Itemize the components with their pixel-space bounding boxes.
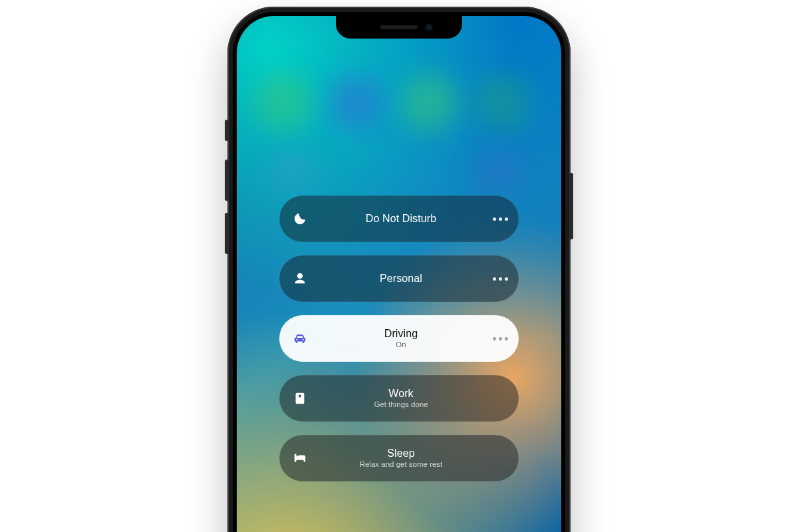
moon-icon xyxy=(279,211,321,226)
badge-icon xyxy=(279,391,321,406)
bg-blur-app xyxy=(330,76,383,129)
focus-pill-sleep[interactable]: Sleep Relax and get some rest xyxy=(279,435,519,481)
bed-icon xyxy=(279,451,321,466)
more-button[interactable] xyxy=(481,277,519,281)
focus-pill-driving[interactable]: Driving On xyxy=(279,315,519,362)
more-button[interactable] xyxy=(481,337,519,340)
bg-blur-app xyxy=(403,76,456,129)
iphone-screen: Do Not Disturb Personal xyxy=(237,16,561,532)
focus-subtitle: On xyxy=(396,340,406,349)
stage: Do Not Disturb Personal xyxy=(0,0,798,532)
ellipsis-icon xyxy=(493,217,508,221)
bg-blur-app xyxy=(476,149,523,196)
person-icon xyxy=(279,271,321,286)
focus-pill-work[interactable]: Work Get things done xyxy=(279,375,519,422)
iphone-notch xyxy=(336,16,462,39)
ellipsis-icon xyxy=(493,337,508,340)
focus-text: Sleep Relax and get some rest xyxy=(321,448,481,469)
focus-label: Driving xyxy=(384,328,418,340)
iphone-bezel: Do Not Disturb Personal xyxy=(233,12,565,532)
focus-label: Personal xyxy=(380,273,422,285)
focus-text: Do Not Disturb xyxy=(321,213,481,225)
side-button[interactable] xyxy=(569,173,573,239)
focus-text: Work Get things done xyxy=(321,388,481,409)
more-button[interactable] xyxy=(481,217,519,221)
focus-pill-personal[interactable]: Personal xyxy=(279,255,519,302)
volume-up-button[interactable] xyxy=(225,160,229,201)
focus-label: Sleep xyxy=(387,448,414,460)
focus-subtitle: Relax and get some rest xyxy=(360,460,443,469)
focus-label: Work xyxy=(388,388,413,400)
bg-blur-app xyxy=(270,149,317,196)
iphone-device-frame: Do Not Disturb Personal xyxy=(227,7,571,532)
focus-mode-list: Do Not Disturb Personal xyxy=(279,196,519,481)
focus-subtitle: Get things done xyxy=(374,400,428,409)
bg-blur-app xyxy=(257,76,310,129)
focus-text: Driving On xyxy=(321,328,481,349)
front-camera xyxy=(426,24,432,31)
car-icon xyxy=(279,331,321,346)
focus-label: Do Not Disturb xyxy=(366,213,436,225)
mute-switch[interactable] xyxy=(225,120,229,141)
focus-text: Personal xyxy=(321,273,481,285)
volume-down-button[interactable] xyxy=(225,213,229,254)
earpiece-speaker xyxy=(380,25,418,29)
bg-blur-app xyxy=(476,76,529,129)
ellipsis-icon xyxy=(493,277,508,281)
focus-pill-dnd[interactable]: Do Not Disturb xyxy=(279,196,519,242)
